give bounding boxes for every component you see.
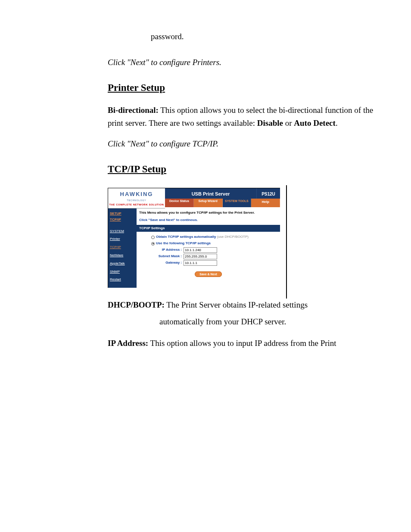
label-subnet-mask: Subnet Mask : [151,254,184,259]
prev-page-fragment: password. [151,30,389,43]
instruction-next-printers: Click "Next" to configure Printers. [108,56,389,69]
ip-address-description: IP Address: This option allows you to in… [108,337,389,350]
heading-tcpip-setup: TCP/IP Setup [108,162,389,177]
heading-printer-setup: Printer Setup [108,80,389,96]
tab-device-status[interactable]: Device Status [165,199,194,207]
tcpip-screenshot: HAWKING TECHNOLOGY THE COMPLETE NETWORK … [108,188,280,288]
sidebar-item-printer[interactable]: Printer [110,236,135,242]
content-intro: This Menu allows you to configure TCP/IP… [137,208,280,217]
logo-tagline: THE COMPLETE NETWORK SOLUTION [109,203,164,207]
screenshot-right-bar [286,185,287,299]
printer-setup-description: Bi-directional: This option allows you t… [108,104,389,130]
sidebar-item-restart[interactable]: Restart [110,277,135,283]
banner-model: PS12U [256,188,280,199]
logo-text: HAWKING [120,190,153,199]
label-ip-address-desc: IP Address: [108,339,148,348]
tab-system-tools[interactable]: SYSTEM TOOLS [223,199,252,207]
sidebar-item-tcpip[interactable]: TCP/IP [110,245,135,250]
sidebar-nav: SETUP TCP/IP SYSTEM Printer TCP/IP NetWa… [108,208,137,288]
logo-subtext: TECHNOLOGY [127,199,146,202]
sidebar-item-appletalk[interactable]: AppleTalk [110,261,135,267]
dhcp-bootp-description: DHCP/BOOTP: The Print Server obtains IP-… [108,299,389,328]
sidebar-item-netware[interactable]: NetWare [110,253,135,258]
radio-use-following[interactable]: Use the following TCP/IP settings [151,241,277,246]
sidebar-head-setup: SETUP [110,211,135,217]
brand-logo: HAWKING TECHNOLOGY THE COMPLETE NETWORK … [108,188,165,208]
tab-help[interactable]: Help [251,199,280,207]
sidebar-item-system[interactable]: SYSTEM [110,229,135,234]
section-band-tcpip: TCP/IP Settings [137,225,280,232]
label-ip-address: IP Address : [151,247,184,253]
tab-setup-wizard[interactable]: Setup Wizard [194,199,223,207]
sidebar-head-tcpip: TCP/IP [110,217,135,223]
input-subnet-mask[interactable] [184,254,217,259]
content-subnote: Click "Save and Next" to continous. [137,217,280,225]
radio-icon [151,236,155,239]
label-bidirectional: Bi-directional: [108,106,159,115]
input-ip-address[interactable] [184,247,217,253]
radio-obtain-auto[interactable]: Obtain TCP/IP settings automatically (us… [151,234,277,240]
radio-icon-selected [151,242,155,246]
save-next-button[interactable]: Save & Next [195,271,221,277]
label-gateway: Gateway : [151,260,184,266]
instruction-next-tcpip: Click "Next" to configure TCP/IP. [108,137,389,150]
label-dhcp-bootp: DHCP/BOOTP: [108,300,165,309]
sidebar-item-snmp[interactable]: SNMP [110,269,135,275]
banner-title: USB Print Server [165,188,256,199]
input-gateway[interactable] [184,260,217,266]
